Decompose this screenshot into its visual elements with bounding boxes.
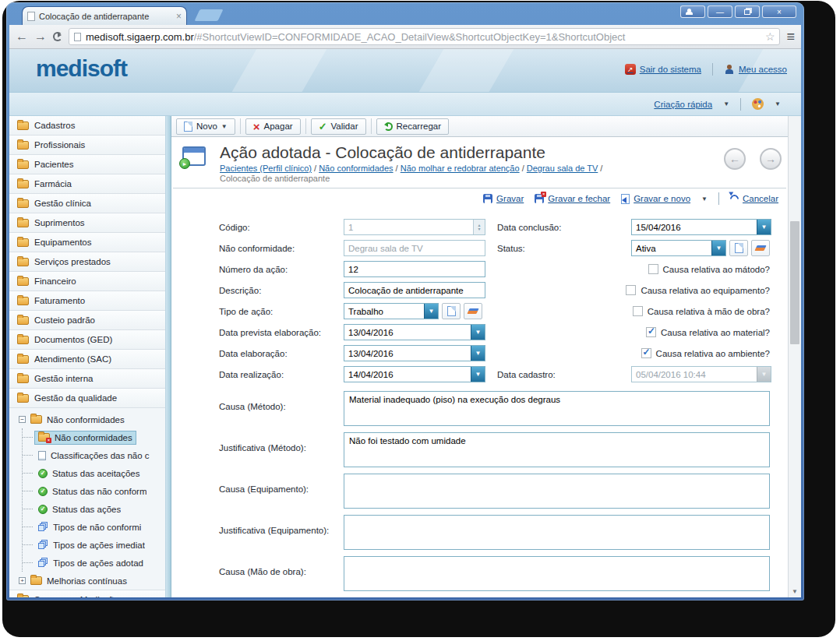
tree-node-melhorias[interactable]: + Melhorias contínuas (9, 572, 165, 590)
tree-item-tipos-acoes-adotadas[interactable]: Tipos de ações adotad (23, 554, 165, 572)
cancel-button[interactable]: Cancelar (730, 194, 778, 203)
checkbox-ambiente[interactable] (641, 348, 651, 358)
breadcrumb-link[interactable]: Não molhar e redobrar atenção (401, 164, 520, 173)
back-icon[interactable]: ← (16, 30, 28, 43)
sidebar-item-custeio[interactable]: Custeio padrão (9, 311, 165, 330)
quick-create-link[interactable]: Criação rápida (654, 100, 712, 109)
tipo-acao-clear-button[interactable] (464, 303, 482, 319)
checkbox-mao-de-obra[interactable] (633, 306, 643, 316)
data-elaboracao-field[interactable]: 13/04/2016▼ (344, 345, 485, 361)
tree-item-tipos-acoes-imediatas[interactable]: Tipos de ações imediat (23, 536, 165, 554)
scrollbar-thumb[interactable] (790, 221, 799, 344)
calendar-dropdown-icon[interactable]: ▼ (757, 220, 771, 234)
expand-icon[interactable]: + (19, 577, 26, 584)
my-access-link[interactable]: Meu acesso (724, 64, 787, 75)
bookmark-star-icon[interactable]: ☆ (765, 30, 775, 43)
theme-palette-icon[interactable] (752, 98, 764, 110)
tree-item-status-nao-conf[interactable]: ✓Status das não conform (23, 482, 165, 500)
browser-tab[interactable]: Colocação de antiderrapante × (22, 6, 187, 25)
sidebar-item-atendimento[interactable]: Atendimento (SAC) (9, 350, 165, 369)
new-button[interactable]: Novo▼ (176, 118, 235, 135)
delete-button[interactable]: ×Apagar (245, 118, 301, 135)
calendar-dropdown-icon[interactable]: ▼ (471, 325, 485, 340)
sidebar-item-profissionais[interactable]: Profissionais (9, 136, 165, 155)
sidebar-item-cadastros[interactable]: Cadastros (9, 116, 165, 136)
checkbox-equipamento[interactable] (626, 285, 636, 295)
status-select[interactable]: Ativa▼ (631, 240, 726, 256)
collapse-icon[interactable]: − (19, 416, 26, 423)
justificativa-equipamento-textarea[interactable] (344, 515, 770, 550)
sidebar-item-gestao-qualidade[interactable]: Gestão da qualidade (9, 389, 165, 408)
sidebar-item-gestao-clinica[interactable]: Gestão clínica (9, 194, 165, 213)
causa-equipamento-textarea[interactable] (344, 474, 770, 509)
sidebar-item-farmacia[interactable]: Farmácia (9, 174, 165, 194)
splitter-handle[interactable] (165, 116, 171, 597)
address-bar[interactable]: medisoft.sigaerp.com.br/#ShortcutViewID=… (69, 28, 780, 45)
sidebar-item-seguranca[interactable]: Segurança Medisoft (9, 590, 165, 597)
page-scrollbar[interactable]: ▼ (788, 116, 801, 597)
reload-button[interactable]: Recarregar (376, 118, 450, 135)
data-prevista-field[interactable]: 13/04/2016▼ (344, 324, 485, 340)
breadcrumb-link[interactable]: Não conformidades (319, 164, 393, 173)
tipo-acao-new-button[interactable] (442, 303, 461, 319)
validate-button[interactable]: ✓Validar (311, 118, 366, 135)
sidebar-item-equipamentos[interactable]: Equipamentos (9, 233, 165, 252)
folder-icon (17, 336, 29, 344)
tree-item-nao-conformidades[interactable]: ×Não conformidades (23, 428, 165, 446)
checkbox-metodo[interactable] (648, 264, 658, 274)
sidebar-item-financeiro[interactable]: Financeiro (9, 272, 165, 291)
tab-close-icon[interactable]: × (176, 11, 182, 22)
sidebar-item-suprimentos[interactable]: Suprimentos (9, 213, 165, 233)
chevron-down-icon[interactable]: ▼ (723, 100, 729, 107)
save-close-icon: × (535, 194, 544, 203)
calendar-dropdown-icon[interactable]: ▼ (471, 367, 485, 382)
save-button[interactable]: Gravar (483, 194, 524, 203)
sidebar-item-faturamento[interactable]: Faturamento (9, 291, 165, 311)
breadcrumb-link[interactable]: Degrau sala de TV (527, 164, 598, 173)
restore-button[interactable] (735, 5, 760, 18)
justificativa-metodo-textarea[interactable]: Não foi testado com umidade (344, 432, 770, 467)
tipo-acao-select[interactable]: Trabalho▼ (344, 303, 439, 319)
chrome-menu-icon[interactable]: ≡ (786, 30, 795, 44)
checkbox-label: Causa relativa ao material? (661, 328, 770, 337)
sidebar-item-pacientes[interactable]: Pacientes (9, 155, 165, 174)
breadcrumb-link[interactable]: Pacientes (Perfil clínico) (220, 164, 312, 173)
causa-metodo-textarea[interactable]: Material inadequado (piso) na execução d… (344, 391, 770, 426)
scroll-down-icon[interactable]: ▼ (789, 588, 801, 595)
descricao-field[interactable]: Colocação de antiderrapante (344, 282, 485, 298)
status-clear-button[interactable] (751, 240, 770, 256)
tree-node-nao-conformidades[interactable]: − Não conformidades (9, 410, 165, 428)
profile-icon[interactable] (680, 5, 705, 18)
tree-item-tipos-nao-conf[interactable]: Tipos de não conformi (23, 518, 165, 536)
record-next-button[interactable]: → (760, 148, 782, 170)
sidebar-item-gestao-interna[interactable]: Gestão interna (9, 369, 165, 389)
layers-icon (38, 522, 48, 532)
causa-mao-obra-textarea[interactable] (344, 556, 770, 591)
logout-link[interactable]: ↗Sair do sistema (625, 64, 701, 75)
numero-acao-field[interactable]: 12 (344, 261, 485, 277)
minimize-button[interactable]: — (708, 5, 732, 18)
user-icon (724, 64, 735, 75)
tree-item-status-acoes[interactable]: ✓Status das ações (23, 500, 165, 518)
tree-item-status-aceitacoes[interactable]: ✓Status das aceitações (23, 464, 165, 482)
sidebar-item-servicos[interactable]: Serviços prestados (9, 252, 165, 272)
forward-icon[interactable]: → (34, 30, 47, 43)
tree-item-classificacoes[interactable]: Classificações das não c (23, 446, 165, 464)
calendar-dropdown-icon[interactable]: ▼ (471, 346, 485, 361)
record-prev-button[interactable]: ← (724, 148, 746, 170)
chevron-down-icon[interactable]: ▼ (221, 123, 228, 130)
save-close-button[interactable]: ×Gravar e fechar (535, 194, 610, 203)
data-conclusao-field[interactable]: 15/04/2016▼ (631, 219, 771, 235)
new-tab-button[interactable] (195, 9, 224, 21)
status-new-button[interactable] (729, 240, 748, 256)
select-dropdown-icon[interactable]: ▼ (711, 241, 725, 255)
save-new-button[interactable]: Gravar e novo (621, 194, 690, 204)
reload-icon[interactable] (53, 32, 62, 41)
chevron-down-icon[interactable]: ▼ (701, 195, 708, 203)
data-realizacao-field[interactable]: 14/04/2016▼ (344, 366, 485, 382)
sidebar-item-documentos[interactable]: Documentos (GED) (9, 330, 165, 350)
close-button[interactable]: × (762, 5, 796, 18)
checkbox-material[interactable] (646, 327, 656, 337)
select-dropdown-icon[interactable]: ▼ (424, 304, 438, 319)
chevron-down-icon[interactable]: ▼ (775, 100, 781, 107)
